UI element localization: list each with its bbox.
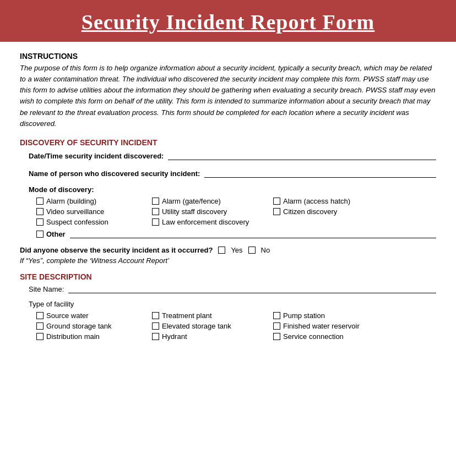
checkbox-label-law-enforcement: Law enforcement discovery — [162, 218, 249, 226]
checkbox-label-alarm-hatch: Alarm (access hatch) — [283, 197, 350, 205]
mode-label: Mode of discovery: — [20, 185, 436, 194]
checkbox-hydrant[interactable]: Hydrant — [152, 332, 273, 341]
checkbox-box-alarm-building[interactable] — [36, 198, 44, 205]
checkbox-box-hydrant[interactable] — [152, 333, 159, 340]
witness-no-label: No — [261, 246, 270, 254]
checkbox-label-alarm-gate: Alarm (gate/fence) — [162, 197, 221, 205]
checkbox-box-other[interactable] — [36, 231, 44, 238]
mode-checkbox-row2: Video surveillance Utility staff discove… — [20, 207, 436, 216]
checkbox-box-alarm-gate[interactable] — [152, 198, 159, 205]
checkbox-box-yes[interactable] — [218, 247, 225, 254]
other-input-line[interactable] — [70, 228, 436, 238]
witness-note: If “Yes”, complete the ‘Witness Account … — [20, 256, 436, 265]
checkbox-box-no[interactable] — [248, 247, 256, 254]
witness-question: Did anyone observe the security incident… — [20, 246, 213, 254]
checkbox-service-connection[interactable]: Service connection — [273, 332, 389, 341]
checkbox-law-enforcement[interactable]: Law enforcement discovery — [152, 218, 436, 226]
checkbox-box-alarm-hatch[interactable] — [273, 198, 280, 205]
instructions-title: INSTRUCTIONS — [20, 52, 436, 61]
header-banner: Security Incident Report Form — [0, 0, 456, 42]
witness-options: Yes No — [218, 246, 270, 254]
checkbox-box-ground-storage[interactable] — [36, 322, 44, 330]
checkbox-citizen[interactable]: Citizen discovery — [273, 207, 389, 216]
facility-row1: Source water Treatment plant Pump statio… — [20, 311, 436, 320]
instructions-text: The purpose of this form is to help orga… — [20, 63, 436, 129]
other-label: Other — [36, 230, 66, 238]
checkbox-box-service-connection[interactable] — [273, 333, 280, 340]
checkbox-label-source-water: Source water — [46, 311, 89, 320]
checkbox-label-pump-station: Pump station — [283, 311, 325, 320]
checkbox-box-law-enforcement[interactable] — [152, 218, 159, 226]
checkbox-box-elevated-storage[interactable] — [152, 322, 159, 330]
facility-type-label: Type of facility — [20, 300, 436, 308]
mode-checkbox-row3: Suspect confession Law enforcement disco… — [20, 218, 436, 226]
checkbox-suspect[interactable]: Suspect confession — [36, 218, 152, 226]
site-section-title: SITE DESCRIPTION — [20, 272, 436, 281]
checkbox-label-finished-water: Finished water reservoir — [283, 322, 360, 330]
checkbox-ground-storage[interactable]: Ground storage tank — [36, 322, 152, 330]
checkbox-label-suspect: Suspect confession — [46, 218, 108, 226]
witness-yes-label: Yes — [231, 246, 242, 254]
date-label: Date/Time security incident discovered: — [20, 152, 164, 160]
other-row: Other — [20, 228, 436, 238]
checkbox-source-water[interactable]: Source water — [36, 311, 152, 320]
checkbox-label-treatment-plant: Treatment plant — [162, 311, 212, 320]
name-input-line[interactable] — [204, 168, 436, 178]
site-name-row: Site Name: — [20, 283, 436, 293]
page-title: Security Incident Report Form — [13, 10, 443, 34]
checkbox-label-distribution-main: Distribution main — [46, 332, 100, 341]
facility-row2: Ground storage tank Elevated storage tan… — [20, 322, 436, 330]
checkbox-label-utility-staff: Utility staff discovery — [162, 207, 227, 216]
checkbox-alarm-hatch[interactable]: Alarm (access hatch) — [273, 197, 389, 205]
date-input-line[interactable] — [168, 150, 436, 160]
checkbox-label-service-connection: Service connection — [283, 332, 344, 341]
checkbox-label-elevated-storage: Elevated storage tank — [162, 322, 231, 330]
checkbox-alarm-gate[interactable]: Alarm (gate/fence) — [152, 197, 273, 205]
other-label-text: Other — [46, 230, 66, 238]
site-name-label: Site Name: — [29, 285, 64, 293]
checkbox-box-suspect[interactable] — [36, 218, 44, 226]
checkbox-box-source-water[interactable] — [36, 312, 44, 319]
checkbox-box-video[interactable] — [36, 208, 44, 215]
page: Security Incident Report Form INSTRUCTIO… — [0, 0, 456, 476]
main-content: INSTRUCTIONS The purpose of this form is… — [0, 52, 456, 341]
mode-checkbox-row1: Alarm (building) Alarm (gate/fence) Alar… — [20, 197, 436, 205]
checkbox-box-finished-water[interactable] — [273, 322, 280, 330]
site-name-input-line[interactable] — [68, 283, 436, 293]
date-field-row: Date/Time security incident discovered: — [20, 150, 436, 160]
discovery-section-title: DISCOVERY OF SECURITY INCIDENT — [20, 138, 436, 147]
name-field-row: Name of person who discovered security i… — [20, 168, 436, 178]
name-label: Name of person who discovered security i… — [20, 169, 200, 178]
checkbox-video[interactable]: Video surveillance — [36, 207, 152, 216]
checkbox-finished-water[interactable]: Finished water reservoir — [273, 322, 389, 330]
checkbox-label-citizen: Citizen discovery — [283, 207, 337, 216]
checkbox-treatment-plant[interactable]: Treatment plant — [152, 311, 273, 320]
checkbox-box-treatment-plant[interactable] — [152, 312, 159, 319]
checkbox-distribution-main[interactable]: Distribution main — [36, 332, 152, 341]
checkbox-pump-station[interactable]: Pump station — [273, 311, 389, 320]
checkbox-label-video: Video surveillance — [46, 207, 104, 216]
checkbox-box-citizen[interactable] — [273, 208, 280, 215]
checkbox-box-utility-staff[interactable] — [152, 208, 159, 215]
checkbox-alarm-building[interactable]: Alarm (building) — [36, 197, 152, 205]
checkbox-label-ground-storage: Ground storage tank — [46, 322, 112, 330]
witness-row: Did anyone observe the security incident… — [20, 246, 436, 254]
facility-row3: Distribution main Hydrant Service connec… — [20, 332, 436, 341]
checkbox-label-alarm-building: Alarm (building) — [46, 197, 96, 205]
checkbox-elevated-storage[interactable]: Elevated storage tank — [152, 322, 273, 330]
checkbox-utility-staff[interactable]: Utility staff discovery — [152, 207, 273, 216]
checkbox-label-hydrant: Hydrant — [162, 332, 187, 341]
checkbox-box-pump-station[interactable] — [273, 312, 280, 319]
checkbox-box-distribution-main[interactable] — [36, 333, 44, 340]
